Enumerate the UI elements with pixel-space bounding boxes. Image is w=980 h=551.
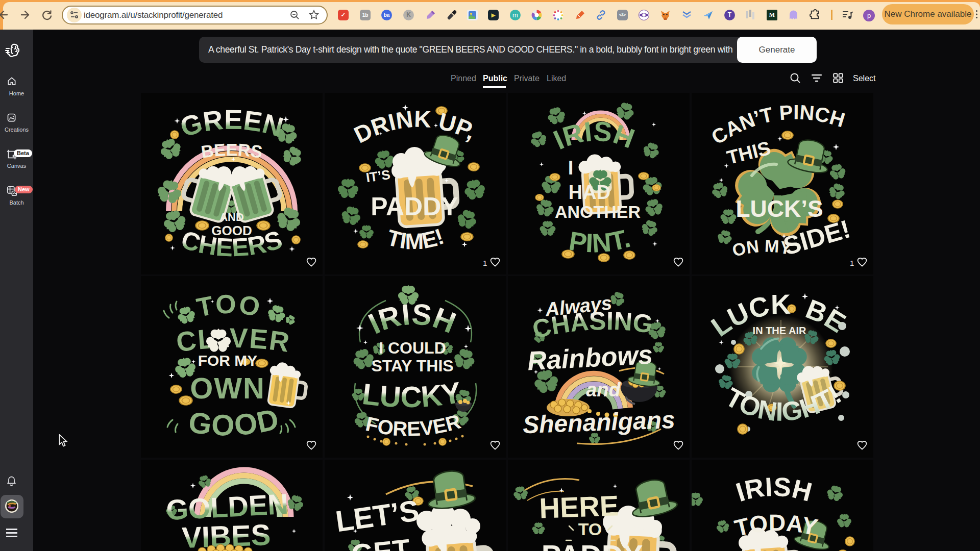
svg-text:and: and	[586, 379, 621, 400]
svg-text:IN THE AIR: IN THE AIR	[753, 325, 806, 336]
svg-text:OWN: OWN	[190, 371, 265, 405]
svg-text:PINT.: PINT.	[567, 223, 633, 258]
svg-text:GOOD: GOOD	[187, 402, 283, 441]
svg-text:TIME!: TIME!	[384, 223, 447, 254]
svg-text:I COULD: I COULD	[379, 339, 446, 357]
svg-text:LUCK’S: LUCK’S	[736, 195, 823, 222]
svg-text:Rainbows: Rainbows	[527, 340, 653, 376]
svg-text:STAY THIS: STAY THIS	[371, 357, 453, 375]
svg-text:LUCKY: LUCKY	[360, 375, 463, 413]
svg-text:GREEN: GREEN	[177, 104, 287, 142]
svg-text:BEERS: BEERS	[200, 140, 263, 162]
svg-text:PADDY: PADDY	[542, 539, 643, 551]
svg-text:ANOTHER: ANOTHER	[555, 202, 641, 221]
svg-text:I: I	[568, 157, 574, 179]
svg-text:FOR MY: FOR MY	[198, 352, 258, 369]
svg-text:Shenanigans: Shenanigans	[522, 406, 675, 438]
svg-text:CAN’T PINCH: CAN’T PINCH	[707, 101, 848, 148]
svg-text:TOO: TOO	[194, 289, 263, 322]
svg-text:AND: AND	[219, 211, 244, 223]
svg-text:GET: GET	[350, 533, 411, 551]
svg-text:TO: TO	[578, 519, 602, 539]
svg-text:IRISH: IRISH	[732, 471, 815, 507]
svg-text:HAD: HAD	[569, 182, 610, 203]
svg-text:1: 1	[483, 259, 487, 267]
svg-text:LET’S: LET’S	[333, 493, 421, 538]
svg-text:1: 1	[850, 259, 854, 267]
svg-text:PADDY: PADDY	[371, 192, 458, 221]
svg-text:IT’S: IT’S	[365, 167, 391, 185]
svg-text:DRINK UP,: DRINK UP,	[350, 105, 480, 148]
